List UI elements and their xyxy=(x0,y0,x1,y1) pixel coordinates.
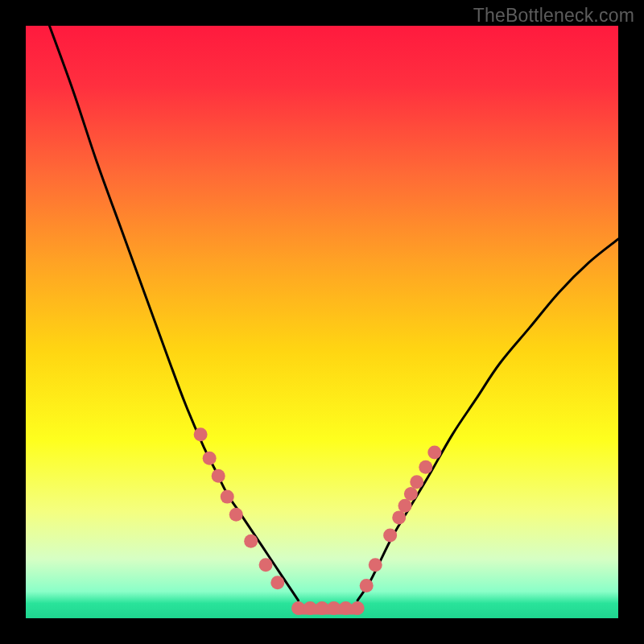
data-point xyxy=(212,469,225,483)
data-point xyxy=(291,601,305,615)
gradient-background xyxy=(26,26,618,618)
data-point xyxy=(259,558,273,572)
data-point xyxy=(316,601,329,615)
data-point xyxy=(203,452,217,465)
data-point xyxy=(351,601,365,615)
watermark-text: TheBottleneck.com xyxy=(473,5,634,27)
data-point xyxy=(369,558,382,572)
data-point xyxy=(270,576,284,589)
data-point xyxy=(244,535,258,548)
data-point xyxy=(404,487,418,501)
data-point xyxy=(303,601,317,615)
data-point xyxy=(327,601,341,615)
chart-frame xyxy=(26,26,618,618)
data-point xyxy=(383,528,397,542)
data-point xyxy=(339,601,353,615)
data-point xyxy=(419,460,432,474)
data-point xyxy=(410,475,423,489)
data-point xyxy=(221,490,234,504)
bottleneck-chart xyxy=(26,26,618,618)
data-point xyxy=(229,508,243,522)
data-point xyxy=(194,427,208,441)
data-point xyxy=(398,499,412,513)
data-point xyxy=(392,510,406,524)
data-point xyxy=(360,579,374,592)
data-point xyxy=(427,445,441,459)
